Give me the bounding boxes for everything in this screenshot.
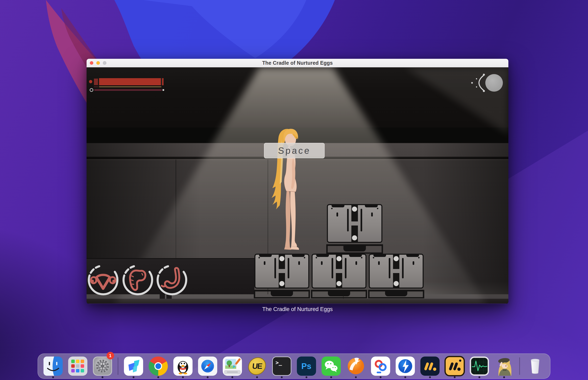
stomach-icon	[152, 264, 192, 298]
launchpad-icon	[68, 357, 87, 376]
metal-crate	[254, 254, 310, 298]
dock-item-launchpad[interactable]	[68, 353, 87, 379]
dock-item-ultraedit[interactable]: UE	[247, 353, 267, 379]
m-logo-dark-icon	[420, 357, 440, 376]
reserve-bar-marker	[162, 89, 164, 91]
dock-item-safari[interactable]	[198, 353, 217, 379]
heartbeat-monitor-icon	[470, 357, 489, 376]
game-viewport: Space	[87, 67, 508, 304]
dock-item-system-settings[interactable]: 1	[93, 353, 112, 379]
health-bar-cap	[162, 78, 163, 85]
close-button[interactable]	[90, 61, 93, 65]
photoshop-icon: Ps	[297, 357, 316, 376]
reserve-bar	[94, 89, 162, 91]
dock-item-trash[interactable]	[526, 353, 545, 379]
stamina-line	[99, 87, 161, 87]
desktop: The Cradle of Nurtured Eggs	[0, 0, 588, 380]
dock-separator	[118, 357, 118, 375]
dock-item-wechat[interactable]	[322, 353, 341, 379]
uterus-icon	[87, 264, 123, 298]
dock-item-todesk[interactable]	[124, 353, 143, 379]
reserve-bar-fill	[94, 89, 162, 91]
dock-item-orange-sphere[interactable]	[346, 353, 365, 379]
window-caption: The Cradle of Nurtured Eggs	[87, 306, 508, 312]
dock-item-chrome[interactable]	[149, 353, 168, 379]
dock: 1	[38, 353, 550, 379]
eyelash-icon	[470, 73, 486, 93]
minimize-button[interactable]	[96, 61, 100, 65]
dock-item-rings-app[interactable]	[371, 353, 390, 379]
todesk-icon	[124, 357, 143, 376]
space-key-prompt: Space	[264, 143, 325, 158]
health-bar-segment	[94, 78, 98, 85]
gear-icon	[93, 357, 112, 376]
paint-brush-icon	[223, 357, 242, 376]
dock-item-anime-game[interactable]	[494, 353, 514, 379]
finder-icon	[43, 357, 63, 376]
window-controls	[90, 59, 106, 67]
chrome-icon	[149, 357, 168, 376]
window-title: The Cradle of Nurtured Eggs	[262, 60, 333, 66]
orange-sphere-icon	[346, 357, 365, 376]
game-window: The Cradle of Nurtured Eggs	[87, 59, 508, 304]
dock-item-finder[interactable]	[43, 353, 63, 379]
window-titlebar[interactable]: The Cradle of Nurtured Eggs	[87, 59, 508, 67]
lightning-bolt-icon	[396, 357, 415, 376]
health-bar-notch	[161, 78, 162, 85]
ultraedit-icon: UE	[247, 357, 267, 376]
zoom-button[interactable]	[103, 61, 106, 65]
reserve-ring-icon	[90, 88, 93, 92]
health-bar	[99, 78, 163, 85]
anime-girl-icon	[494, 357, 514, 376]
terminal-icon: >_	[272, 357, 291, 376]
dock-item-terminal[interactable]: >_	[272, 353, 291, 379]
m-logo-yellow-icon	[445, 357, 464, 376]
space-key-label: Space	[278, 146, 311, 156]
dock-item-activity-monitor[interactable]	[470, 353, 489, 379]
health-bar-fill	[99, 78, 161, 85]
dock-item-image-editor[interactable]	[223, 353, 242, 379]
moon-button[interactable]	[485, 74, 503, 92]
dock-item-monday-dark[interactable]	[420, 353, 440, 379]
metal-crate	[311, 254, 367, 298]
safari-compass-icon	[198, 357, 217, 376]
health-pip	[89, 80, 92, 83]
metal-crate-stacked	[326, 204, 383, 254]
rings-icon	[371, 357, 390, 376]
intestine-icon	[118, 264, 158, 298]
organ-slots	[87, 264, 193, 298]
dock-item-photoshop[interactable]: Ps	[297, 353, 316, 379]
dock-item-monday-light[interactable]	[445, 353, 464, 379]
qq-penguin-icon	[173, 357, 193, 376]
right-shadow	[423, 143, 508, 294]
dock-separator	[519, 357, 520, 375]
wechat-icon	[322, 357, 341, 376]
stamina-stub	[94, 87, 98, 87]
dock-item-qq[interactable]	[173, 353, 193, 379]
dock-item-lightning[interactable]	[396, 353, 415, 379]
trash-icon	[526, 357, 545, 376]
notification-badge: 1	[107, 352, 114, 359]
metal-crate	[368, 254, 424, 298]
